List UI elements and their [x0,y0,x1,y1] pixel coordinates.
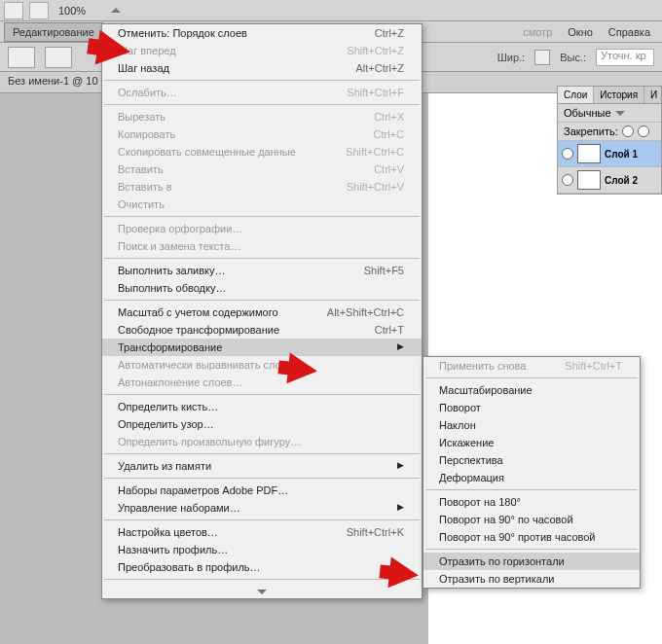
submenu-scale[interactable]: Масштабирование [423,381,640,399]
tool-preset-icon[interactable] [8,47,35,68]
menu-pdf-presets[interactable]: Наборы параметров Adobe PDF… [102,482,422,499]
menu-step-backward[interactable]: Шаг назадAlt+Ctrl+Z [102,59,422,77]
menu-content-aware-scale[interactable]: Масштаб с учетом содержимогоAlt+Shift+Ct… [102,304,422,321]
chevron-up-icon[interactable] [111,8,121,13]
transform-submenu: Применить сноваShift+Ctrl+T Масштабирова… [423,356,641,589]
tab-history[interactable]: История [594,87,644,103]
menu-convert-profile[interactable]: Преобразовать в профиль… [102,558,422,576]
menu-paste: ВставитьCtrl+V [102,161,422,178]
menu-separator [104,258,420,259]
submenu-flip-horizontal[interactable]: Отразить по горизонтали [423,553,640,570]
menu-separator [104,579,420,580]
submenu-arrow-icon: ▶ [397,502,404,514]
menu-cut: ВырезатьCtrl+X [102,108,422,125]
width-label: Шир.: [497,52,525,63]
menu-separator [104,519,420,520]
layer-thumbnail [577,144,601,163]
menu-fade: Ослабить…Shift+Ctrl+F [102,84,422,101]
height-label: Выс.: [560,52,586,63]
submenu-flip-vertical[interactable]: Отразить по вертикали [423,570,640,588]
refine-edge-button[interactable]: Уточн. кр [596,49,654,66]
menu-color-settings[interactable]: Настройка цветов…Shift+Ctrl+K [102,523,422,541]
menu-define-pattern[interactable]: Определить узор… [102,415,422,433]
submenu-rotate-180[interactable]: Поворот на 180° [423,493,640,511]
visibility-icon[interactable] [562,174,573,186]
menu-copy-merged: Скопировать совмещенные данныеShift+Ctrl… [102,143,422,161]
menu-manage-presets[interactable]: Управление наборами…▶ [102,499,422,517]
blend-mode-select[interactable]: Обычные [558,104,661,123]
menu-copy: КопироватьCtrl+C [102,125,422,143]
submenu-warp[interactable]: Деформация [423,469,640,486]
scroll-down-icon[interactable] [257,590,267,594]
layer-row[interactable]: Слой 1 [558,141,661,167]
blend-mode-value: Обычные [564,107,611,119]
app-icon [4,2,23,19]
menu-define-shape: Определить произвольную фигуру… [102,433,422,450]
menu-auto-blend: Автонаклонение слоев… [102,374,422,391]
annotation-arrow-icon [286,353,318,387]
menu-separator [104,453,420,454]
menu-free-transform[interactable]: Свободное трансформированиеCtrl+T [102,321,422,339]
menu-help[interactable]: Справка [601,23,658,41]
submenu-arrow-icon: ▶ [397,341,404,353]
link-icon[interactable] [534,50,550,65]
menu-step-forward: Шаг впередShift+Ctrl+Z [102,42,422,59]
menu-fill[interactable]: Выполнить заливку…Shift+F5 [102,262,422,279]
layer-thumbnail [577,170,601,190]
annotation-arrow-icon [387,557,420,591]
menu-separator [104,300,420,301]
lock-row: Закрепить: [558,123,661,141]
workspace-icon[interactable] [29,2,49,19]
menu-spellcheck: Проверка орфографии… [102,220,422,237]
menu-separator [425,377,638,378]
lock-transparency-icon[interactable] [622,125,634,137]
menu-separator [425,489,638,490]
tab-more[interactable]: И [644,87,662,103]
annotation-arrow-icon [95,30,133,69]
menu-transform[interactable]: Трансформирование▶ [102,339,422,356]
submenu-skew[interactable]: Наклон [423,416,640,434]
submenu-rotate-90-ccw[interactable]: Поворот на 90° против часовой [423,528,640,546]
layer-name: Слой 1 [605,149,638,160]
menu-separator [104,80,420,81]
menu-separator [104,478,420,479]
menu-separator [104,104,420,105]
app-top-strip: 100% [0,0,662,21]
menu-define-brush[interactable]: Определить кисть… [102,398,422,415]
menu-find-replace: Поиск и замена текста… [102,237,422,255]
layer-row[interactable]: Слой 2 [558,167,661,194]
menu-window[interactable]: Окно [560,23,601,41]
menu-separator [425,549,638,550]
tab-layers[interactable]: Слои [558,87,594,103]
menu-assign-profile[interactable]: Назначить профиль… [102,541,422,558]
selection-mode-icon[interactable] [45,47,72,68]
visibility-icon[interactable] [562,148,573,160]
menu-separator [104,394,420,395]
menu-clear: Очистить [102,196,422,213]
submenu-rotate[interactable]: Поворот [423,399,640,416]
layers-panel: Слои История И Обычные Закрепить: Слой 1… [557,86,662,195]
menu-purge[interactable]: Удалить из памяти▶ [102,457,422,475]
submenu-distort[interactable]: Искажение [423,434,640,451]
menu-paste-into: Вставить вShift+Ctrl+V [102,178,422,196]
menu-undo[interactable]: Отменить: Порядок слоевCtrl+Z [102,24,422,42]
edit-menu-dropdown: Отменить: Порядок слоевCtrl+Z Шаг вперед… [101,23,423,599]
chevron-down-icon [615,111,625,116]
menu-stroke[interactable]: Выполнить обводку… [102,279,422,297]
zoom-level[interactable]: 100% [58,5,86,17]
submenu-rotate-90-cw[interactable]: Поворот на 90° по часовой [423,511,640,528]
menu-auto-align: Автоматически выравнивать слои… [102,356,422,374]
lock-pixels-icon[interactable] [638,125,649,137]
menu-separator [104,216,420,217]
submenu-perspective[interactable]: Перспектива [423,451,640,469]
submenu-transform-again: Применить сноваShift+Ctrl+T [423,357,640,375]
layer-name: Слой 2 [605,175,638,186]
submenu-arrow-icon: ▶ [397,460,404,472]
lock-label: Закрепить: [564,125,618,137]
menu-view-partial[interactable]: смотр [515,23,560,41]
